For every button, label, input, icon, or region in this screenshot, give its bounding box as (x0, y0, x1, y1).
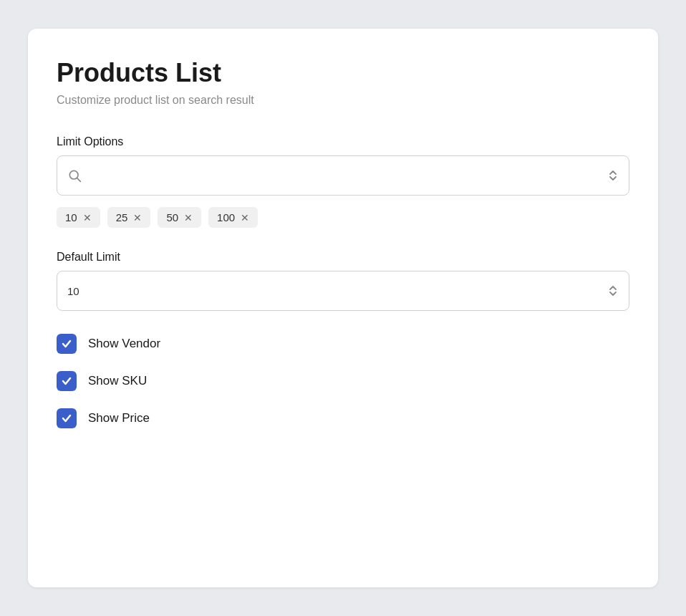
tag-50-remove[interactable]: ✕ (184, 213, 193, 223)
limit-options-section: Limit Options 10 ✕ 25 (57, 135, 629, 228)
tag-10-remove[interactable]: ✕ (83, 213, 92, 223)
products-list-card: Products List Customize product list on … (28, 29, 658, 587)
default-limit-value: 10 (67, 285, 607, 297)
tag-100-value: 100 (217, 211, 235, 223)
show-vendor-row: Show Vendor (57, 334, 629, 354)
default-limit-label: Default Limit (57, 251, 629, 264)
default-limit-chevron-icon[interactable] (607, 285, 619, 297)
svg-line-1 (77, 178, 81, 182)
show-sku-row: Show SKU (57, 371, 629, 391)
tag-50-value: 50 (166, 211, 178, 223)
page-subtitle: Customize product list on search result (57, 94, 629, 107)
show-sku-checkbox[interactable] (57, 371, 77, 391)
show-vendor-checkbox[interactable] (57, 334, 77, 354)
page-title: Products List (57, 57, 629, 88)
show-price-label: Show Price (88, 411, 150, 425)
tag-25: 25 ✕ (107, 207, 151, 228)
tag-10-value: 10 (65, 211, 77, 223)
limit-options-label: Limit Options (57, 135, 629, 148)
checkboxes-section: Show Vendor Show SKU Show Price (57, 334, 629, 428)
default-limit-section: Default Limit 10 (57, 251, 629, 311)
tag-25-remove[interactable]: ✕ (133, 213, 142, 223)
search-input[interactable] (89, 170, 607, 182)
search-icon (67, 168, 82, 183)
default-limit-select[interactable]: 10 (57, 271, 629, 311)
limit-options-search-select[interactable] (57, 155, 629, 196)
tag-100: 100 ✕ (208, 207, 258, 228)
tag-25-value: 25 (116, 211, 128, 223)
show-sku-label: Show SKU (88, 374, 147, 388)
show-vendor-label: Show Vendor (88, 337, 160, 351)
tag-10: 10 ✕ (57, 207, 100, 228)
chevron-updown-icon[interactable] (607, 170, 619, 181)
show-price-checkbox[interactable] (57, 408, 77, 428)
tag-100-remove[interactable]: ✕ (241, 213, 249, 223)
limit-options-tags: 10 ✕ 25 ✕ 50 ✕ 100 ✕ (57, 207, 629, 228)
show-price-row: Show Price (57, 408, 629, 428)
tag-50: 50 ✕ (158, 207, 201, 228)
